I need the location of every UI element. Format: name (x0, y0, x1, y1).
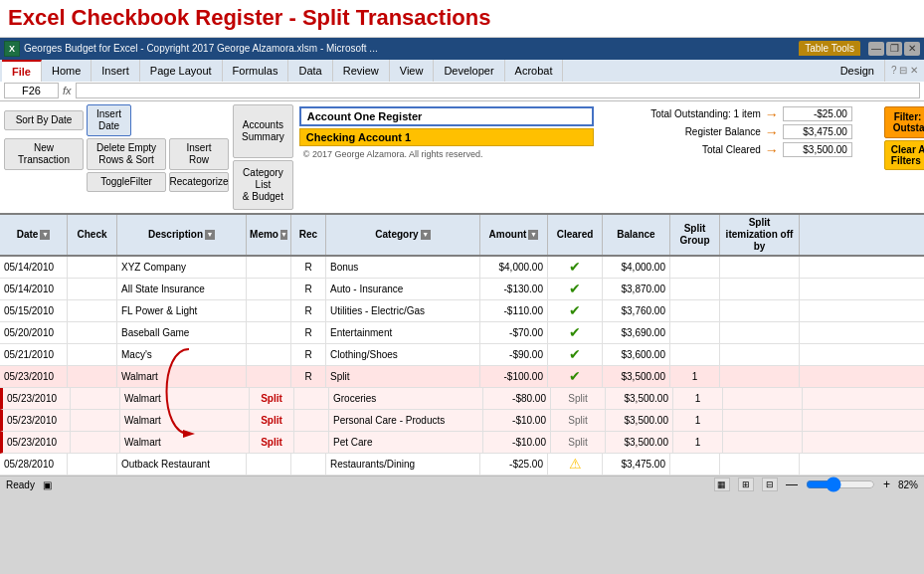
minimize-button[interactable]: — (868, 42, 884, 56)
cell-cleared: ✔ (548, 300, 603, 321)
register-arrow-icon: → (765, 124, 779, 140)
cell-amount: -$70.00 (480, 322, 548, 343)
tab-acrobat[interactable]: Acrobat (505, 60, 564, 82)
clear-all-filters-button[interactable]: Clear All Filters (884, 140, 924, 170)
delete-empty-button[interactable]: Delete Empty Rows & Sort (87, 138, 166, 170)
cell-split-off (723, 432, 803, 453)
amt-filter-button[interactable]: ▼ (528, 230, 538, 240)
insert-row-button[interactable]: Insert Row (169, 138, 229, 170)
toggle-filter-button[interactable]: ToggleFilter (87, 172, 166, 192)
table-row: 05/15/2010 FL Power & Light R Utilities … (0, 300, 924, 322)
cell-memo (247, 300, 291, 321)
status-bar: Ready ▣ ▦ ⊞ ⊟ — + 82% (0, 476, 924, 493)
total-outstanding-row: Total Outstanding: 1 item → -$25.00 (602, 106, 876, 122)
cell-description: All State Insurance (117, 279, 247, 299)
cell-cleared: Split (551, 432, 606, 453)
cell-cleared: Split (551, 410, 606, 431)
cat-filter-button[interactable]: ▼ (421, 230, 431, 240)
outstanding-arrow-icon: → (765, 106, 779, 122)
name-box[interactable] (4, 83, 59, 98)
date-filter-button[interactable]: ▼ (40, 230, 50, 240)
cell-category: Groceries (329, 388, 483, 409)
cell-date: 05/23/2010 (3, 432, 71, 453)
tab-home[interactable]: Home (42, 60, 92, 82)
ribbon-tabs: File Home Insert Page Layout Formulas Da… (0, 60, 924, 82)
cell-description: Outback Restaurant (117, 454, 247, 475)
table-row: 05/21/2010 Macy's R Clothing/Shoes -$90.… (0, 344, 924, 366)
filter-outstanding-button[interactable]: Filter: Show Outstanding (884, 106, 924, 138)
cell-memo (247, 279, 291, 299)
cell-memo (247, 366, 291, 387)
cell-balance: $3,600.00 (603, 344, 670, 365)
status-ready: Ready (6, 479, 35, 490)
cleared-value: $3,500.00 (783, 142, 852, 157)
recategorize-button[interactable]: Recategorize (169, 172, 229, 192)
totals-panel: Total Outstanding: 1 item → -$25.00 Regi… (600, 104, 878, 210)
accounts-summary-button[interactable]: Accounts Summary (233, 104, 293, 158)
cell-memo: Split (250, 410, 294, 431)
tab-view[interactable]: View (390, 60, 435, 82)
table-row: 05/20/2010 Baseball Game R Entertainment… (0, 322, 924, 344)
toolbar-group-left: Sort By Date Insert Date New Transaction… (4, 104, 229, 210)
category-list-button[interactable]: Category List & Budget (233, 160, 293, 210)
close-button[interactable]: ✕ (904, 42, 920, 56)
table-row: 05/23/2010 Walmart R Split -$100.00 ✔ $3… (0, 366, 924, 388)
cell-cleared: ✔ (548, 322, 603, 343)
page-layout-button[interactable]: ⊞ (738, 478, 754, 491)
formula-input[interactable] (76, 83, 920, 98)
tab-design[interactable]: Design (831, 60, 885, 82)
tab-developer[interactable]: Developer (434, 60, 504, 82)
account-panel: Account One Register Checking Account 1 … (297, 104, 596, 210)
cell-memo (247, 454, 291, 475)
cell-split-off (720, 279, 800, 299)
zoom-plus[interactable]: + (883, 478, 890, 491)
page-break-button[interactable]: ⊟ (762, 478, 778, 491)
restore-button[interactable]: ❐ (886, 42, 902, 56)
cell-cleared: ✔ (548, 366, 603, 387)
cell-date: 05/14/2010 (0, 279, 68, 299)
tab-data[interactable]: Data (288, 60, 332, 82)
zoom-slider[interactable] (806, 477, 875, 492)
cell-balance: $3,690.00 (603, 322, 670, 343)
desc-filter-button[interactable]: ▼ (205, 230, 215, 240)
cell-amount: -$80.00 (483, 388, 551, 409)
cell-amount: -$10.00 (483, 432, 551, 453)
tab-formulas[interactable]: Formulas (223, 60, 289, 82)
cell-balance: $3,500.00 (603, 366, 670, 387)
copyright: © 2017 George Alzamora. All rights reser… (299, 148, 594, 160)
cell-balance: $3,475.00 (603, 454, 670, 475)
account-sub: Checking Account 1 (299, 128, 594, 146)
cell-date: 05/28/2010 (0, 454, 68, 475)
cell-split-off (720, 454, 800, 475)
ribbon-help: ? ⊟ ✕ (885, 63, 924, 78)
normal-view-button[interactable]: ▦ (714, 478, 730, 491)
tab-insert[interactable]: Insert (92, 60, 140, 82)
cell-description: Walmart (120, 410, 250, 431)
memo-filter-button[interactable]: ▼ (280, 230, 287, 240)
cell-split-group: 1 (673, 432, 723, 453)
new-transaction-button[interactable]: New Transaction (4, 138, 84, 170)
tab-review[interactable]: Review (333, 60, 390, 82)
table-tools-label: Table Tools (799, 41, 860, 56)
tab-file[interactable]: File (2, 60, 42, 82)
total-cleared-row: Total Cleared → $3,500.00 (602, 142, 876, 158)
cell-split-group (670, 300, 720, 321)
cell-check (68, 366, 117, 387)
right-buttons: Filter: Show Outstanding Clear All Filte… (882, 104, 924, 210)
col-memo: Memo ▼ (247, 215, 291, 255)
toolbar-group-summary: Accounts Summary Category List & Budget (233, 104, 293, 210)
insert-date-button[interactable]: Insert Date (87, 104, 131, 136)
cell-check (71, 388, 120, 409)
spreadsheet: Date ▼ Check Description ▼ Memo ▼ Rec Ca… (0, 215, 924, 476)
cell-date: 05/14/2010 (0, 257, 68, 278)
cell-split-off (723, 410, 803, 431)
sort-by-date-button[interactable]: Sort By Date (4, 110, 84, 130)
zoom-minus[interactable]: — (786, 478, 798, 491)
cleared-label: Total Cleared (602, 144, 761, 155)
col-check: Check (68, 215, 117, 255)
cell-date: 05/23/2010 (0, 366, 68, 387)
cell-split-off (720, 366, 800, 387)
cell-balance: $4,000.00 (603, 257, 670, 278)
tab-page-layout[interactable]: Page Layout (140, 60, 223, 82)
cell-description: Walmart (117, 366, 247, 387)
